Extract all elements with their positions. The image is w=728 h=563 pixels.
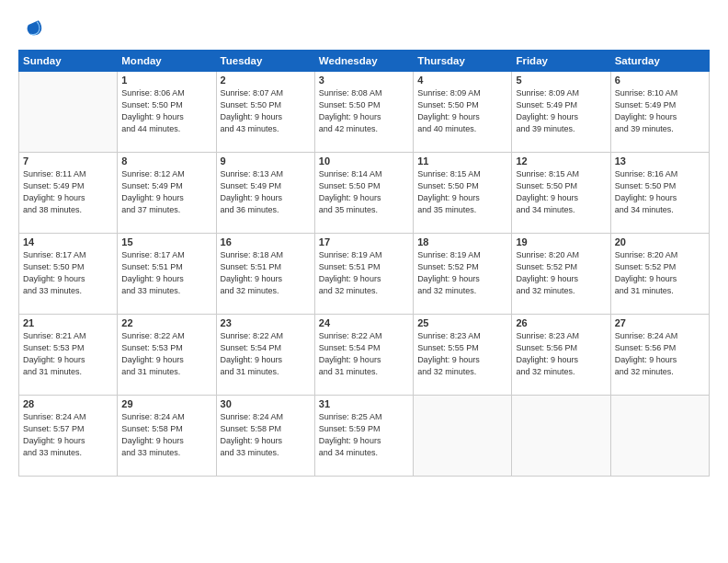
cell-details: Sunrise: 8:06 AM Sunset: 5:50 PM Dayligh… bbox=[121, 87, 211, 135]
cell-details: Sunrise: 8:23 AM Sunset: 5:56 PM Dayligh… bbox=[516, 330, 606, 378]
cell-details: Sunrise: 8:22 AM Sunset: 5:54 PM Dayligh… bbox=[221, 330, 311, 378]
day-number: 27 bbox=[615, 317, 705, 328]
calendar-cell: 3Sunrise: 8:08 AM Sunset: 5:50 PM Daylig… bbox=[314, 72, 413, 153]
weekday-header-thursday: Thursday bbox=[414, 51, 512, 72]
calendar-cell: 21Sunrise: 8:21 AM Sunset: 5:53 PM Dayli… bbox=[19, 315, 118, 396]
calendar-week-0: 1Sunrise: 8:06 AM Sunset: 5:50 PM Daylig… bbox=[19, 72, 710, 153]
day-number: 23 bbox=[221, 317, 311, 328]
cell-details: Sunrise: 8:07 AM Sunset: 5:50 PM Dayligh… bbox=[221, 87, 311, 135]
day-number: 17 bbox=[319, 236, 409, 247]
calendar-week-2: 14Sunrise: 8:17 AM Sunset: 5:50 PM Dayli… bbox=[19, 234, 710, 315]
page: SundayMondayTuesdayWednesdayThursdayFrid… bbox=[0, 0, 728, 563]
calendar-cell: 26Sunrise: 8:23 AM Sunset: 5:56 PM Dayli… bbox=[512, 315, 610, 396]
cell-details: Sunrise: 8:08 AM Sunset: 5:50 PM Dayligh… bbox=[319, 87, 409, 135]
header bbox=[18, 15, 710, 40]
cell-details: Sunrise: 8:09 AM Sunset: 5:49 PM Dayligh… bbox=[516, 87, 606, 135]
day-number: 13 bbox=[615, 155, 705, 167]
cell-details: Sunrise: 8:22 AM Sunset: 5:53 PM Dayligh… bbox=[121, 330, 211, 378]
day-number: 15 bbox=[121, 236, 211, 247]
calendar-week-3: 21Sunrise: 8:21 AM Sunset: 5:53 PM Dayli… bbox=[19, 315, 710, 396]
calendar-cell: 24Sunrise: 8:22 AM Sunset: 5:54 PM Dayli… bbox=[314, 315, 413, 396]
day-number: 7 bbox=[23, 155, 113, 167]
day-number: 22 bbox=[121, 317, 211, 328]
weekday-header-row: SundayMondayTuesdayWednesdayThursdayFrid… bbox=[19, 51, 710, 72]
day-number: 21 bbox=[23, 317, 113, 328]
cell-details: Sunrise: 8:19 AM Sunset: 5:52 PM Dayligh… bbox=[417, 249, 507, 297]
cell-details: Sunrise: 8:12 AM Sunset: 5:49 PM Dayligh… bbox=[121, 168, 211, 216]
day-number: 11 bbox=[417, 155, 507, 167]
cell-details: Sunrise: 8:18 AM Sunset: 5:51 PM Dayligh… bbox=[221, 249, 311, 297]
cell-details: Sunrise: 8:20 AM Sunset: 5:52 PM Dayligh… bbox=[615, 249, 705, 297]
calendar-cell: 23Sunrise: 8:22 AM Sunset: 5:54 PM Dayli… bbox=[216, 315, 314, 396]
calendar-cell: 18Sunrise: 8:19 AM Sunset: 5:52 PM Dayli… bbox=[414, 234, 512, 315]
cell-details: Sunrise: 8:11 AM Sunset: 5:49 PM Dayligh… bbox=[23, 168, 113, 216]
day-number: 4 bbox=[417, 75, 507, 86]
calendar-cell: 29Sunrise: 8:24 AM Sunset: 5:58 PM Dayli… bbox=[118, 396, 216, 477]
weekday-header-tuesday: Tuesday bbox=[216, 51, 314, 72]
cell-details: Sunrise: 8:20 AM Sunset: 5:52 PM Dayligh… bbox=[516, 249, 606, 297]
calendar-cell: 15Sunrise: 8:17 AM Sunset: 5:51 PM Dayli… bbox=[118, 234, 216, 315]
day-number: 25 bbox=[417, 317, 507, 328]
calendar-cell: 19Sunrise: 8:20 AM Sunset: 5:52 PM Dayli… bbox=[512, 234, 610, 315]
calendar-table: SundayMondayTuesdayWednesdayThursdayFrid… bbox=[18, 50, 710, 477]
day-number: 10 bbox=[319, 155, 409, 167]
calendar-cell: 2Sunrise: 8:07 AM Sunset: 5:50 PM Daylig… bbox=[216, 72, 314, 153]
calendar-cell: 30Sunrise: 8:24 AM Sunset: 5:58 PM Dayli… bbox=[216, 396, 314, 477]
calendar-cell: 4Sunrise: 8:09 AM Sunset: 5:50 PM Daylig… bbox=[414, 72, 512, 153]
day-number: 5 bbox=[516, 75, 606, 86]
cell-details: Sunrise: 8:25 AM Sunset: 5:59 PM Dayligh… bbox=[319, 411, 409, 459]
calendar-cell: 22Sunrise: 8:22 AM Sunset: 5:53 PM Dayli… bbox=[118, 315, 216, 396]
day-number: 1 bbox=[121, 75, 211, 86]
day-number: 12 bbox=[516, 155, 606, 167]
calendar-cell: 8Sunrise: 8:12 AM Sunset: 5:49 PM Daylig… bbox=[118, 153, 216, 234]
day-number: 29 bbox=[121, 398, 211, 409]
cell-details: Sunrise: 8:23 AM Sunset: 5:55 PM Dayligh… bbox=[417, 330, 507, 378]
calendar-cell: 17Sunrise: 8:19 AM Sunset: 5:51 PM Dayli… bbox=[314, 234, 413, 315]
weekday-header-sunday: Sunday bbox=[19, 51, 118, 72]
weekday-header-monday: Monday bbox=[118, 51, 216, 72]
cell-details: Sunrise: 8:15 AM Sunset: 5:50 PM Dayligh… bbox=[516, 168, 606, 216]
day-number: 2 bbox=[221, 75, 311, 86]
calendar-cell: 20Sunrise: 8:20 AM Sunset: 5:52 PM Dayli… bbox=[610, 234, 709, 315]
weekday-header-friday: Friday bbox=[512, 51, 610, 72]
calendar-cell: 31Sunrise: 8:25 AM Sunset: 5:59 PM Dayli… bbox=[314, 396, 413, 477]
calendar-week-1: 7Sunrise: 8:11 AM Sunset: 5:49 PM Daylig… bbox=[19, 153, 710, 234]
cell-details: Sunrise: 8:24 AM Sunset: 5:58 PM Dayligh… bbox=[121, 411, 211, 459]
day-number: 9 bbox=[221, 155, 311, 167]
day-number: 18 bbox=[417, 236, 507, 247]
day-number: 6 bbox=[615, 75, 705, 86]
calendar-cell: 1Sunrise: 8:06 AM Sunset: 5:50 PM Daylig… bbox=[118, 72, 216, 153]
calendar-cell bbox=[19, 72, 118, 153]
calendar-cell: 9Sunrise: 8:13 AM Sunset: 5:49 PM Daylig… bbox=[216, 153, 314, 234]
weekday-header-saturday: Saturday bbox=[610, 51, 709, 72]
day-number: 30 bbox=[221, 398, 311, 409]
cell-details: Sunrise: 8:17 AM Sunset: 5:51 PM Dayligh… bbox=[121, 249, 211, 297]
day-number: 8 bbox=[121, 155, 211, 167]
cell-details: Sunrise: 8:16 AM Sunset: 5:50 PM Dayligh… bbox=[615, 168, 705, 216]
calendar-cell: 12Sunrise: 8:15 AM Sunset: 5:50 PM Dayli… bbox=[512, 153, 610, 234]
calendar-cell bbox=[512, 396, 610, 477]
cell-details: Sunrise: 8:19 AM Sunset: 5:51 PM Dayligh… bbox=[319, 249, 409, 297]
day-number: 3 bbox=[319, 75, 409, 86]
day-number: 28 bbox=[23, 398, 113, 409]
cell-details: Sunrise: 8:24 AM Sunset: 5:56 PM Dayligh… bbox=[615, 330, 705, 378]
cell-details: Sunrise: 8:24 AM Sunset: 5:57 PM Dayligh… bbox=[23, 411, 113, 459]
logo bbox=[18, 15, 48, 40]
day-number: 26 bbox=[516, 317, 606, 328]
cell-details: Sunrise: 8:09 AM Sunset: 5:50 PM Dayligh… bbox=[417, 87, 507, 135]
cell-details: Sunrise: 8:22 AM Sunset: 5:54 PM Dayligh… bbox=[319, 330, 409, 378]
calendar-cell: 27Sunrise: 8:24 AM Sunset: 5:56 PM Dayli… bbox=[610, 315, 709, 396]
calendar-cell: 13Sunrise: 8:16 AM Sunset: 5:50 PM Dayli… bbox=[610, 153, 709, 234]
day-number: 20 bbox=[615, 236, 705, 247]
calendar-cell: 11Sunrise: 8:15 AM Sunset: 5:50 PM Dayli… bbox=[414, 153, 512, 234]
calendar-cell: 6Sunrise: 8:10 AM Sunset: 5:49 PM Daylig… bbox=[610, 72, 709, 153]
day-number: 14 bbox=[23, 236, 113, 247]
cell-details: Sunrise: 8:21 AM Sunset: 5:53 PM Dayligh… bbox=[23, 330, 113, 378]
cell-details: Sunrise: 8:15 AM Sunset: 5:50 PM Dayligh… bbox=[417, 168, 507, 216]
day-number: 19 bbox=[516, 236, 606, 247]
calendar-cell bbox=[414, 396, 512, 477]
calendar-week-4: 28Sunrise: 8:24 AM Sunset: 5:57 PM Dayli… bbox=[19, 396, 710, 477]
day-number: 24 bbox=[319, 317, 409, 328]
day-number: 31 bbox=[319, 398, 409, 409]
weekday-header-wednesday: Wednesday bbox=[314, 51, 413, 72]
